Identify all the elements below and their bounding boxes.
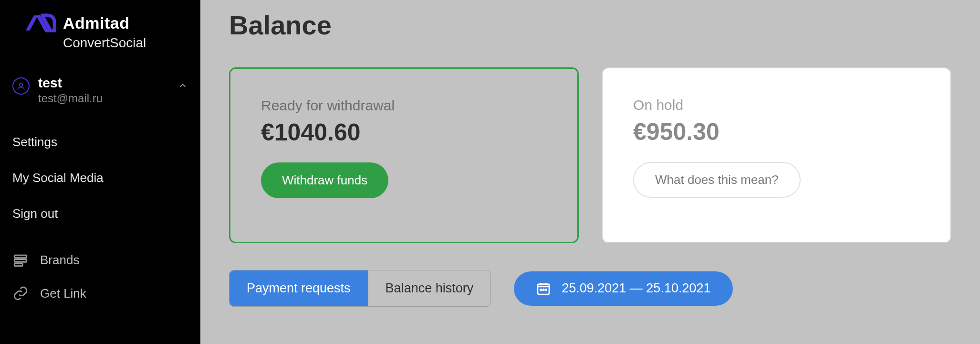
user-avatar-icon xyxy=(12,77,30,95)
brand-subtitle: ConvertSocial xyxy=(63,35,188,51)
sidebar-item-label: Brands xyxy=(40,253,79,268)
balance-ready-card: Ready for withdrawal €1040.60 Withdraw f… xyxy=(229,67,579,243)
svg-point-7 xyxy=(545,289,547,290)
chevron-up-icon xyxy=(177,80,188,93)
user-email: test@mail.ru xyxy=(38,92,169,105)
onhold-label: On hold xyxy=(633,97,920,113)
svg-rect-2 xyxy=(14,259,27,262)
date-range-pill[interactable]: 25.09.2021 — 25.10.2021 xyxy=(514,271,732,306)
sidebar-item-get-link[interactable]: Get Link xyxy=(12,277,188,310)
tab-balance-history[interactable]: Balance history xyxy=(368,270,491,306)
sidebar: Admitad ConvertSocial test test@mail.ru … xyxy=(0,0,200,344)
date-range-text: 25.09.2021 — 25.10.2021 xyxy=(562,281,710,296)
calendar-icon xyxy=(536,281,551,296)
brands-icon xyxy=(12,252,29,268)
svg-point-6 xyxy=(543,289,544,290)
brand-logo[interactable]: Admitad ConvertSocial xyxy=(23,11,188,51)
sidebar-item-brands[interactable]: Brands xyxy=(12,243,188,277)
svg-point-5 xyxy=(541,289,542,290)
svg-point-0 xyxy=(20,83,23,86)
user-menu[interactable]: test test@mail.ru xyxy=(12,75,188,105)
balance-onhold-card: On hold €950.30 What does this mean? xyxy=(602,67,951,243)
what-does-this-mean-button[interactable]: What does this mean? xyxy=(633,162,801,198)
ready-amount: €1040.60 xyxy=(261,118,547,146)
sidebar-item-label: Get Link xyxy=(40,286,86,301)
admitad-logo-icon xyxy=(23,11,57,34)
brand-name: Admitad xyxy=(63,14,130,32)
onhold-amount: €950.30 xyxy=(633,118,920,146)
tab-payment-requests[interactable]: Payment requests xyxy=(229,270,368,306)
main-content: Balance Ready for withdrawal €1040.60 Wi… xyxy=(200,0,980,344)
sidebar-link-settings[interactable]: Settings xyxy=(12,124,188,160)
svg-rect-1 xyxy=(14,255,27,258)
sidebar-link-social[interactable]: My Social Media xyxy=(12,160,188,196)
link-icon xyxy=(12,285,29,301)
page-title: Balance xyxy=(229,10,951,41)
withdraw-funds-button[interactable]: Withdraw funds xyxy=(261,162,388,198)
user-name: test xyxy=(38,75,169,91)
ready-label: Ready for withdrawal xyxy=(261,97,547,114)
view-toggle: Payment requests Balance history xyxy=(229,270,491,307)
svg-rect-3 xyxy=(14,263,22,266)
sidebar-link-signout[interactable]: Sign out xyxy=(12,196,188,232)
